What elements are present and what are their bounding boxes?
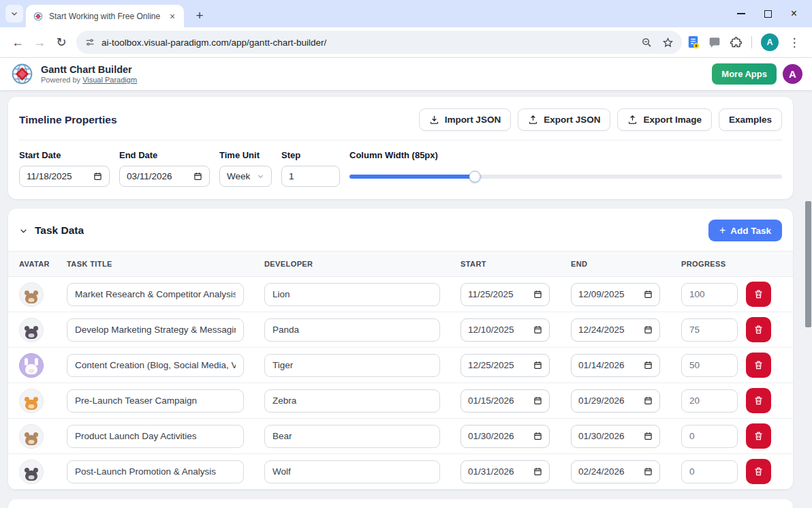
end-date-input[interactable]: 03/11/2026	[119, 166, 210, 187]
task-data-title: Task Data	[35, 224, 84, 237]
new-tab-button[interactable]: +	[191, 7, 208, 25]
delete-task-button[interactable]	[746, 353, 771, 378]
calendar-icon[interactable]	[644, 396, 653, 405]
calendar-icon[interactable]	[644, 467, 653, 476]
start-date-input[interactable]: 01/15/2026	[460, 389, 550, 413]
end-date-input[interactable]: 12/24/2025	[571, 318, 660, 342]
address-bar[interactable]: ai-toolbox.visual-paradigm.com/app/gantt…	[76, 31, 682, 54]
calendar-icon[interactable]	[644, 325, 653, 334]
calendar-icon[interactable]	[533, 432, 542, 440]
delete-task-button[interactable]	[746, 388, 771, 413]
time-unit-select[interactable]: Week	[219, 166, 272, 187]
end-date-input[interactable]: 12/09/2025	[571, 283, 660, 306]
task-title-input[interactable]	[67, 460, 244, 483]
bookmark-star-icon[interactable]	[662, 37, 674, 48]
column-header-start: START	[460, 260, 571, 268]
animal-avatar-icon	[25, 329, 37, 339]
page-scrollbar[interactable]	[804, 63, 812, 508]
chat-extension-icon[interactable]	[708, 37, 721, 48]
browser-profile-avatar[interactable]: A	[761, 33, 779, 51]
task-data-toggle[interactable]: Task Data	[19, 224, 84, 237]
developer-input[interactable]	[264, 460, 440, 483]
task-title-input[interactable]	[67, 389, 244, 413]
progress-input[interactable]	[681, 389, 738, 413]
window-maximize-button[interactable]	[764, 10, 772, 18]
end-date-input[interactable]: 01/30/2026	[571, 425, 660, 448]
developer-input[interactable]	[264, 389, 440, 413]
visual-paradigm-link[interactable]: Visual Paradigm	[82, 76, 137, 84]
user-avatar[interactable]: A	[783, 64, 802, 84]
task-data-card: Task Data + Add Task AVATAR TASK TITLE D…	[8, 209, 793, 490]
animal-avatar-icon	[25, 470, 37, 481]
calendar-icon[interactable]	[644, 290, 653, 299]
table-row: 12/25/2025 01/14/2026	[8, 348, 793, 383]
slider-thumb[interactable]	[469, 170, 481, 182]
progress-input[interactable]	[681, 425, 738, 448]
progress-input[interactable]	[681, 318, 738, 342]
delete-task-button[interactable]	[746, 317, 771, 342]
calendar-icon[interactable]	[533, 361, 542, 370]
column-width-slider[interactable]	[349, 166, 782, 187]
extensions-puzzle-icon[interactable]	[730, 36, 743, 49]
tab-search-button[interactable]	[5, 5, 23, 23]
export-image-button[interactable]: Export Image	[617, 108, 712, 131]
end-date-input[interactable]: 01/29/2026	[571, 389, 660, 413]
delete-task-button[interactable]	[746, 459, 771, 484]
more-apps-button[interactable]: More Apps	[712, 63, 777, 85]
start-date-input[interactable]: 12/25/2025	[460, 354, 550, 377]
window-close-button[interactable]: ×	[791, 8, 797, 19]
delete-task-button[interactable]	[746, 423, 771, 449]
delete-task-button[interactable]	[746, 282, 771, 307]
end-date-input[interactable]: 01/14/2026	[571, 354, 660, 377]
calendar-icon[interactable]	[533, 396, 542, 405]
back-button[interactable]: ←	[7, 31, 29, 53]
scrollbar-thumb[interactable]	[805, 201, 811, 327]
url-text[interactable]: ai-toolbox.visual-paradigm.com/app/gantt…	[102, 38, 641, 48]
column-header-task-title: TASK TITLE	[67, 260, 264, 268]
trash-icon	[753, 395, 764, 406]
forward-button[interactable]: →	[29, 31, 50, 53]
task-title-input[interactable]	[67, 318, 244, 342]
add-task-button[interactable]: + Add Task	[708, 220, 782, 241]
calendar-icon[interactable]	[533, 290, 542, 299]
browser-tabstrip: Start Working with Free Online × + ×	[0, 0, 812, 27]
start-date-input[interactable]: 12/10/2025	[460, 318, 550, 342]
task-title-input[interactable]	[67, 354, 244, 377]
end-date-input[interactable]: 02/24/2026	[571, 460, 660, 483]
site-settings-icon[interactable]	[84, 37, 95, 48]
window-minimize-button[interactable]	[737, 13, 745, 14]
calendar-icon[interactable]	[533, 467, 542, 476]
step-input[interactable]: 1	[281, 166, 340, 187]
calendar-icon[interactable]	[533, 325, 542, 334]
export-json-button[interactable]: Export JSON	[518, 108, 610, 131]
progress-input[interactable]	[681, 460, 738, 483]
browser-menu-icon[interactable]: ⋮	[787, 31, 801, 53]
start-date-input[interactable]: 11/18/2025	[19, 166, 110, 187]
start-date-input[interactable]: 11/25/2025	[460, 283, 550, 306]
progress-input[interactable]	[681, 354, 738, 377]
examples-button[interactable]: Examples	[719, 108, 782, 131]
calendar-icon[interactable]	[93, 172, 102, 181]
task-title-input[interactable]	[67, 425, 244, 448]
progress-input[interactable]	[681, 283, 738, 306]
calendar-icon[interactable]	[193, 172, 202, 181]
zoom-icon[interactable]	[641, 37, 653, 48]
start-date-input[interactable]: 01/31/2026	[460, 460, 550, 483]
browser-tab[interactable]: Start Working with Free Online ×	[26, 5, 184, 27]
calendar-icon[interactable]	[644, 361, 653, 370]
tab-close-icon[interactable]: ×	[166, 10, 178, 23]
developer-input[interactable]	[264, 354, 440, 377]
task-title-input[interactable]	[67, 283, 244, 306]
developer-input[interactable]	[264, 425, 440, 448]
timeline-properties-card: Timeline Properties Import JSON Export J…	[8, 97, 793, 199]
developer-input[interactable]	[264, 283, 440, 306]
end-date-field: End Date 03/11/2026	[119, 150, 210, 187]
start-date-input[interactable]: 01/30/2026	[460, 425, 550, 448]
reload-button[interactable]: ↻	[50, 31, 72, 53]
browser-toolbar: ← → ↻ ai-toolbox.visual-paradigm.com/app…	[0, 27, 812, 58]
developer-input[interactable]	[264, 318, 440, 342]
avatar	[19, 353, 44, 378]
calendar-icon[interactable]	[644, 432, 653, 440]
import-json-button[interactable]: Import JSON	[419, 108, 512, 131]
docs-offline-extension-icon[interactable]	[687, 35, 700, 49]
